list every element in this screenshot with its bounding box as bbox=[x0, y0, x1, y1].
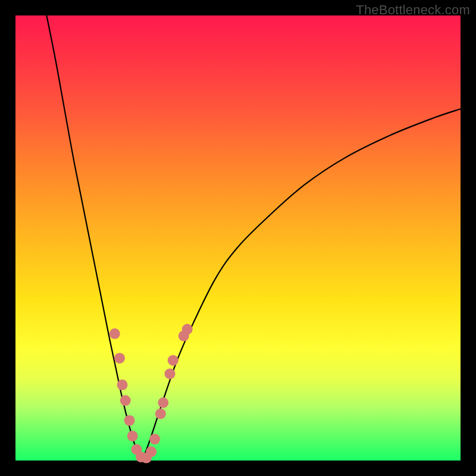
data-point bbox=[146, 446, 156, 457]
data-point bbox=[114, 353, 125, 364]
data-point bbox=[117, 380, 128, 390]
data-point bbox=[124, 415, 134, 426]
data-point bbox=[155, 408, 166, 419]
data-point bbox=[165, 368, 176, 379]
data-point bbox=[120, 395, 131, 406]
curve-left-branch bbox=[46, 15, 142, 461]
data-point bbox=[149, 434, 160, 444]
chart-svg bbox=[15, 15, 461, 461]
data-point bbox=[127, 431, 138, 441]
watermark-text: TheBottleneck.com bbox=[356, 2, 470, 18]
data-point bbox=[168, 355, 178, 366]
plot-area bbox=[15, 15, 461, 461]
chart-frame: TheBottleneck.com bbox=[0, 0, 476, 476]
data-point bbox=[158, 397, 168, 408]
data-point bbox=[182, 324, 193, 334]
data-point bbox=[109, 328, 120, 339]
curve-right-branch bbox=[142, 109, 461, 461]
